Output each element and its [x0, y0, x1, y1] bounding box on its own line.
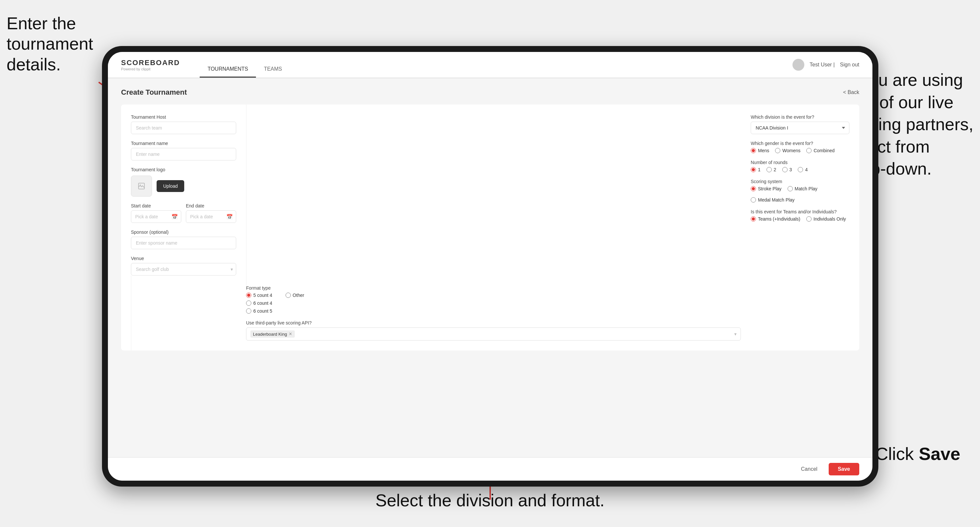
tournament-host-group: Tournament Host: [131, 114, 236, 134]
logo-text: SCOREBOARD: [121, 59, 180, 67]
annotation-bottom-right: Click Save: [875, 443, 960, 465]
nav-tab-tournaments[interactable]: TOURNAMENTS: [200, 52, 256, 78]
tournament-name-group: Tournament name: [131, 141, 236, 160]
logo-area: SCOREBOARD Powered by clippit: [121, 59, 180, 71]
sponsor-group: Sponsor (optional): [131, 230, 236, 249]
rounds-4[interactable]: 4: [798, 167, 808, 172]
format-type-section: 5 count 4 6 count 4 6 coun: [246, 293, 741, 314]
live-scoring-group: Use third-party live scoring API? Leader…: [246, 320, 741, 341]
tablet-frame: SCOREBOARD Powered by clippit TOURNAMENT…: [102, 46, 878, 487]
scoring-match[interactable]: Match Play: [788, 186, 818, 191]
teams-group: Is this event for Teams and/or Individua…: [751, 209, 850, 222]
teams-with-individuals[interactable]: Teams (+Individuals): [751, 216, 800, 222]
save-button[interactable]: Save: [829, 463, 859, 475]
end-date-label: End date: [186, 203, 236, 208]
form-column-middle: Which division is the event for? NCAA Di…: [751, 114, 850, 276]
upload-button[interactable]: Upload: [157, 180, 184, 192]
annotation-top-left: Enter the tournament details.: [6, 13, 93, 75]
logo-sub: Powered by clippit: [121, 67, 180, 71]
annotation-bottom-center: Select the division and format.: [375, 490, 605, 511]
tournament-host-input[interactable]: [131, 122, 236, 134]
teams-label: Is this event for Teams and/or Individua…: [751, 209, 850, 214]
date-group: Start date 📅 End date: [131, 203, 236, 223]
user-avatar: [792, 59, 804, 71]
format-col-right: Other: [286, 293, 304, 314]
logo-placeholder: [131, 176, 152, 197]
format-6count5[interactable]: 6 count 5: [246, 308, 272, 314]
form-footer: Cancel Save: [108, 457, 872, 481]
cancel-button[interactable]: Cancel: [794, 463, 824, 475]
nav-tab-teams[interactable]: TEAMS: [256, 52, 290, 78]
app-main: Create Tournament < Back Tournament Host…: [108, 78, 872, 457]
gender-womens[interactable]: Womens: [775, 148, 800, 153]
live-scoring-label: Use third-party live scoring API?: [246, 320, 741, 325]
form-column-right: Format type 5 count 4: [246, 285, 741, 341]
rounds-1[interactable]: 1: [751, 167, 760, 172]
teams-radio-group: Teams (+Individuals) Individuals Only: [751, 216, 850, 222]
division-label: Which division is the event for?: [751, 114, 850, 120]
header-right: Test User | Sign out: [792, 59, 859, 71]
scoring-group: Scoring system Stroke Play Match Play: [751, 179, 850, 203]
rounds-radio-group: 1 2 3: [751, 167, 850, 172]
tablet-screen: SCOREBOARD Powered by clippit TOURNAMENT…: [108, 52, 872, 481]
live-scoring-tag: Leaderboard King ×: [250, 330, 295, 338]
gender-group: Which gender is the event for? Mens Wome…: [751, 141, 850, 153]
division-group: Which division is the event for? NCAA Di…: [751, 114, 850, 134]
tag-close-icon[interactable]: ×: [289, 331, 292, 337]
form-title: Create Tournament: [121, 88, 187, 97]
tournament-logo-label: Tournament logo: [131, 167, 236, 172]
format-row: 5 count 4 6 count 4 6 coun: [246, 293, 741, 314]
tournament-name-label: Tournament name: [131, 141, 236, 146]
gender-label: Which gender is the event for?: [751, 141, 850, 146]
scoring-stroke[interactable]: Stroke Play: [751, 186, 782, 191]
live-scoring-dropdown-icon: ▾: [734, 332, 737, 337]
scoring-medal-match[interactable]: Medal Match Play: [751, 197, 794, 203]
sign-out-link[interactable]: Sign out: [840, 62, 859, 68]
rounds-label: Number of rounds: [751, 160, 850, 165]
col-divider-2: [131, 276, 131, 351]
scoring-label: Scoring system: [751, 179, 850, 184]
format-col-left: 5 count 4 6 count 4 6 coun: [246, 293, 272, 314]
tournament-logo-group: Tournament logo Upload: [131, 167, 236, 197]
format-other[interactable]: Other: [286, 293, 304, 298]
logo-upload-area: Upload: [131, 176, 236, 197]
format-5count4[interactable]: 5 count 4: [246, 293, 272, 298]
gender-radio-group: Mens Womens Combined: [751, 148, 850, 153]
user-name: Test User |: [810, 62, 835, 68]
sponsor-label: Sponsor (optional): [131, 230, 236, 235]
calendar-icon-start: 📅: [172, 214, 178, 220]
start-date-label: Start date: [131, 203, 181, 208]
format-type-group: Format type 5 count 4: [246, 285, 741, 314]
app-header: SCOREBOARD Powered by clippit TOURNAMENT…: [108, 52, 872, 78]
format-6count4[interactable]: 6 count 4: [246, 300, 272, 306]
form-header: Create Tournament < Back: [121, 88, 859, 97]
annotation-top-left-text: Enter the tournament details.: [6, 14, 93, 74]
rounds-group: Number of rounds 1 2: [751, 160, 850, 172]
tournament-host-label: Tournament Host: [131, 114, 236, 120]
form-body: Tournament Host Tournament name Tourname…: [121, 105, 859, 351]
end-date-group: End date 📅: [186, 203, 236, 223]
venue-label: Venue: [131, 256, 236, 261]
rounds-2[interactable]: 2: [767, 167, 776, 172]
live-scoring-input[interactable]: Leaderboard King × ▾: [246, 327, 741, 341]
start-date-group: Start date 📅: [131, 203, 181, 223]
teams-individuals-only[interactable]: Individuals Only: [806, 216, 846, 222]
app-container: SCOREBOARD Powered by clippit TOURNAMENT…: [108, 52, 872, 481]
sponsor-input[interactable]: [131, 237, 236, 249]
division-select[interactable]: NCAA Division I: [751, 122, 850, 134]
gender-combined[interactable]: Combined: [806, 148, 835, 153]
form-column-left: Tournament Host Tournament name Tourname…: [131, 114, 236, 276]
format-type-label: Format type: [246, 285, 741, 290]
back-link[interactable]: < Back: [843, 89, 859, 95]
annotation-bottom-center-text: Select the division and format.: [375, 491, 605, 510]
venue-input[interactable]: [131, 263, 236, 276]
rounds-3[interactable]: 3: [782, 167, 792, 172]
gender-mens[interactable]: Mens: [751, 148, 769, 153]
tournament-name-input[interactable]: [131, 148, 236, 160]
nav-tabs: TOURNAMENTS TEAMS: [200, 52, 290, 78]
scoring-radio-group: Stroke Play Match Play Medal Match Play: [751, 186, 850, 203]
col-divider-1: [246, 105, 247, 285]
venue-group: Venue ▾: [131, 256, 236, 276]
venue-dropdown-icon: ▾: [231, 267, 233, 272]
annotation-bottom-right-text: Click Save: [875, 444, 960, 464]
